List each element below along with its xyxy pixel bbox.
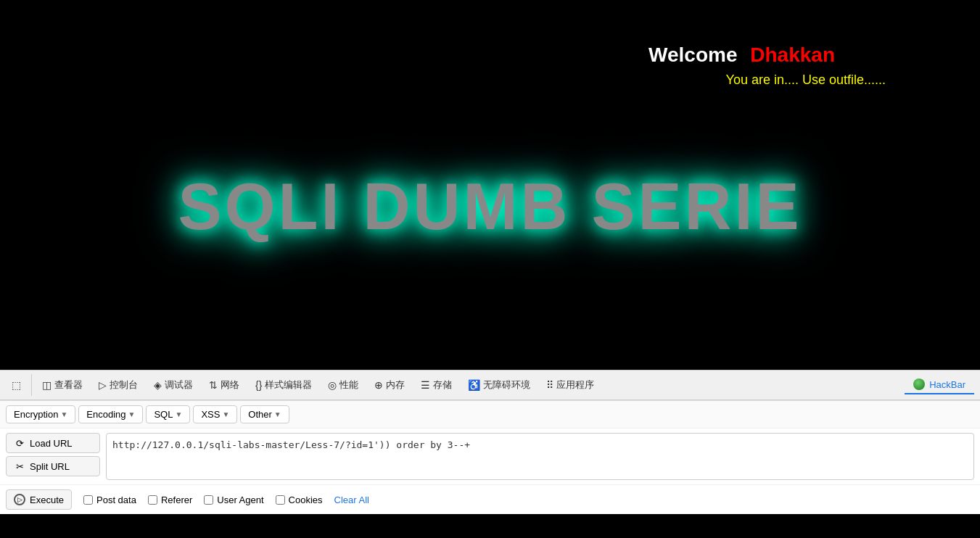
xss-menu[interactable]: XSS ▼	[193, 405, 237, 423]
cursor-icon: ⬚	[12, 379, 21, 391]
apps-icon: ⠿	[546, 379, 553, 391]
user-agent-label: User Agent	[217, 494, 263, 505]
hackbar-dot-icon	[913, 378, 925, 390]
main-content: Welcome Dhakkan You are in.... Use outfi…	[0, 0, 980, 370]
devtools-accessibility[interactable]: ♿ 无障碍环境	[462, 376, 536, 394]
referer-checkbox-item[interactable]: Referer	[148, 494, 192, 505]
hackbar-main: ⟳ Load URL ✂ Split URL	[0, 429, 980, 484]
cookies-checkbox[interactable]	[276, 495, 285, 505]
encoding-menu[interactable]: Encoding ▼	[78, 405, 143, 423]
load-url-icon: ⟳	[14, 437, 25, 449]
hackbar-panel: Encryption ▼ Encoding ▼ SQL ▼ XSS ▼ Othe…	[0, 400, 980, 514]
post-data-checkbox-item[interactable]: Post data	[83, 494, 136, 505]
style-label: 样式编辑器	[265, 378, 312, 392]
hackbar-buttons: ⟳ Load URL ✂ Split URL	[6, 433, 100, 476]
devtools-apps[interactable]: ⠿ 应用程序	[540, 376, 600, 394]
sql-label: SQL	[154, 409, 173, 420]
encryption-arrow: ▼	[60, 410, 67, 418]
debugger-label: 调试器	[165, 378, 193, 392]
network-icon: ⇅	[209, 379, 218, 391]
sql-arrow: ▼	[175, 410, 182, 418]
clear-all-button[interactable]: Clear All	[334, 494, 369, 505]
hackbar-bottom: ▷ Execute Post data Referer User Agent C…	[0, 484, 980, 514]
hackbar-tab[interactable]: HackBar	[905, 376, 974, 394]
post-data-checkbox[interactable]	[83, 495, 93, 505]
performance-label: 性能	[339, 378, 358, 392]
welcome-subtitle: You are in.... Use outfile......	[726, 73, 886, 88]
devtools-inspector[interactable]: ◫ 查看器	[36, 376, 88, 394]
separator	[31, 374, 32, 396]
debugger-icon: ◈	[154, 379, 162, 391]
execute-button[interactable]: ▷ Execute	[6, 489, 72, 510]
devtools-debugger[interactable]: ◈ 调试器	[148, 376, 199, 394]
devtools-storage[interactable]: ☰ 存储	[415, 376, 458, 394]
user-agent-checkbox[interactable]	[204, 495, 213, 505]
encryption-label: Encryption	[14, 409, 58, 420]
welcome-area: Welcome Dhakkan	[648, 44, 835, 67]
hackbar-tab-label: HackBar	[929, 379, 965, 390]
devtools-network[interactable]: ⇅ 网络	[203, 376, 245, 394]
execute-icon: ▷	[14, 494, 25, 505]
xss-label: XSS	[201, 409, 220, 420]
execute-label: Execute	[30, 494, 64, 505]
devtools-console[interactable]: ▷ 控制台	[93, 376, 144, 394]
split-url-icon: ✂	[14, 460, 25, 472]
load-url-label: Load URL	[30, 438, 73, 449]
inspector-icon: ◫	[42, 379, 52, 391]
memory-label: 内存	[386, 378, 405, 392]
console-label: 控制台	[110, 378, 138, 392]
accessibility-icon: ♿	[468, 379, 480, 391]
cookies-label: Cookies	[289, 494, 323, 505]
load-url-button[interactable]: ⟳ Load URL	[6, 433, 100, 453]
encoding-arrow: ▼	[128, 410, 136, 418]
console-icon: ▷	[99, 379, 107, 391]
split-url-label: Split URL	[30, 461, 70, 472]
url-input[interactable]	[106, 433, 974, 480]
memory-icon: ⊕	[374, 379, 383, 391]
xss-arrow: ▼	[222, 410, 229, 418]
network-label: 网络	[221, 378, 239, 392]
performance-icon: ◎	[328, 379, 337, 391]
cookies-checkbox-item[interactable]: Cookies	[276, 494, 323, 505]
devtools-performance[interactable]: ◎ 性能	[322, 376, 364, 394]
other-menu[interactable]: Other ▼	[240, 405, 289, 423]
devtools-cursor[interactable]: ⬚	[6, 376, 27, 394]
devtools-bar: ⬚ ◫ 查看器 ▷ 控制台 ◈ 调试器 ⇅ 网络 {} 样式编辑器 ◎ 性能 ⊕…	[0, 370, 980, 400]
sql-menu[interactable]: SQL ▼	[146, 405, 190, 423]
welcome-name: Dhakkan	[750, 44, 835, 66]
inspector-label: 查看器	[54, 378, 83, 392]
split-url-button[interactable]: ✂ Split URL	[6, 456, 100, 476]
referer-checkbox[interactable]	[148, 495, 157, 505]
other-label: Other	[248, 409, 272, 420]
storage-icon: ☰	[421, 379, 430, 391]
devtools-memory[interactable]: ⊕ 内存	[368, 376, 411, 394]
referer-label: Referer	[161, 494, 192, 505]
encoding-label: Encoding	[86, 409, 125, 420]
welcome-label: Welcome	[648, 44, 737, 66]
other-arrow: ▼	[274, 410, 281, 418]
encryption-menu[interactable]: Encryption ▼	[6, 405, 75, 423]
apps-label: 应用程序	[556, 378, 594, 392]
banner-text: SQLI DUMB SERIE	[178, 170, 802, 244]
user-agent-checkbox-item[interactable]: User Agent	[204, 494, 263, 505]
hackbar-toolbar: Encryption ▼ Encoding ▼ SQL ▼ XSS ▼ Othe…	[0, 401, 980, 429]
post-data-label: Post data	[96, 494, 136, 505]
style-icon: {}	[255, 379, 262, 391]
devtools-style[interactable]: {} 样式编辑器	[250, 376, 318, 394]
accessibility-label: 无障碍环境	[483, 378, 530, 392]
storage-label: 存储	[433, 378, 452, 392]
